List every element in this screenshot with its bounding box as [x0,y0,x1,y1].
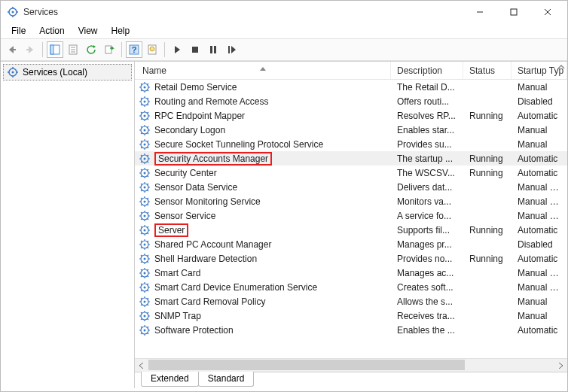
service-row[interactable]: Secondary LogonEnables star...Manual [135,123,567,137]
service-startup: Disabled [512,96,567,107]
svg-line-182 [148,290,149,291]
refresh-button[interactable] [83,41,99,58]
column-headers: Name Description Status Startup Typ [135,62,567,80]
tab-standard[interactable]: Standard [198,372,255,387]
horizontal-scrollbar[interactable] [135,358,567,372]
service-row[interactable]: Secure Socket Tunneling Protocol Service… [135,137,567,151]
service-row[interactable]: RPC Endpoint MapperResolves RP...Running… [135,108,567,123]
help-topics-button[interactable] [144,41,160,58]
svg-line-112 [148,190,149,191]
service-row[interactable]: SNMP TrapReceives tra...Manual [135,308,567,323]
svg-rect-25 [214,46,216,53]
svg-line-51 [141,104,142,105]
service-name-label: Secure Socket Tunneling Protocol Service [154,139,323,150]
service-row[interactable]: Shared PC Account ManagerManages pr...Di… [135,237,567,251]
scroll-thumb[interactable] [148,360,465,370]
service-row[interactable]: Security Accounts ManagerThe startup ...… [135,151,567,166]
scroll-left-button[interactable] [135,359,148,372]
svg-point-94 [144,172,146,174]
svg-line-60 [148,112,149,114]
svg-point-54 [144,114,146,117]
svg-line-210 [148,327,149,328]
service-list: Name Description Status Startup Typ Reta… [135,62,567,372]
svg-line-40 [148,84,149,85]
header-description[interactable]: Description [391,62,463,79]
service-description: A service fo... [391,211,463,221]
start-service-button[interactable] [169,41,185,58]
service-description: Monitors va... [391,196,463,207]
service-row[interactable]: Retail Demo ServiceThe Retail D...Manual [135,80,567,94]
svg-line-71 [141,132,142,134]
service-row[interactable]: Sensor ServiceA service fo...Manual (Tri [135,208,567,223]
svg-line-132 [148,218,149,220]
scroll-up-icon[interactable] [557,62,565,70]
help-button[interactable]: ? [126,41,142,58]
service-description: Delivers dat... [391,182,463,193]
service-name-label: Smart Card [154,268,200,278]
minimize-button[interactable] [463,1,496,23]
service-row[interactable]: Smart CardManages ac...Manual (Tri [135,266,567,280]
svg-line-159 [141,255,142,257]
menu-view[interactable]: View [72,24,104,38]
service-name-label: Shared PC Account Manager [154,239,271,250]
svg-line-161 [141,261,142,263]
service-status: Running [463,153,512,164]
svg-line-200 [148,312,149,314]
service-startup: Automatic [512,254,567,264]
service-row[interactable]: Shell Hardware DetectionProvides no...Ru… [135,251,567,266]
svg-line-140 [148,226,149,228]
service-description: The startup ... [391,153,463,164]
scroll-track[interactable] [148,359,554,372]
service-row[interactable]: Smart Card Removal PolicyAllows the s...… [135,294,567,308]
header-status[interactable]: Status [463,62,512,79]
gear-icon [139,324,151,336]
svg-line-192 [148,304,149,305]
service-description: Provides no... [391,254,463,264]
svg-line-160 [148,255,149,257]
view-tabs: Extended Standard [135,372,567,388]
service-row[interactable]: Smart Card Device Enumeration ServiceCre… [135,280,567,294]
header-startup-type[interactable]: Startup Typ [512,62,567,79]
gear-icon [139,181,151,193]
header-name[interactable]: Name [135,62,391,79]
back-button[interactable] [4,41,20,58]
gear-icon [139,296,151,308]
service-description: Manages pr... [391,239,463,250]
service-startup: Automatic [512,111,567,121]
menu-action[interactable]: Action [33,24,70,38]
export-button[interactable] [101,41,118,58]
restart-service-button[interactable] [223,41,240,58]
maximize-button[interactable] [496,1,530,23]
svg-line-151 [141,247,142,248]
svg-line-92 [148,161,149,163]
properties-button[interactable] [65,41,81,58]
svg-line-149 [141,241,142,242]
svg-point-104 [144,186,146,188]
svg-line-209 [141,327,142,328]
svg-line-169 [141,269,142,271]
service-row[interactable]: Software ProtectionEnables the ...Automa… [135,323,567,337]
service-name-label: Sensor Data Service [154,182,237,193]
service-startup: Disabled [512,239,567,250]
app-icon [7,6,19,18]
pause-service-button[interactable] [205,41,221,58]
service-row[interactable]: ServerSupports fil...RunningAutomatic [135,223,567,237]
service-row[interactable]: Sensor Monitoring ServiceMonitors va...M… [135,194,567,208]
tree-root-services-local[interactable]: Services (Local) [3,64,132,81]
service-row[interactable]: Security CenterThe WSCSV...RunningAutoma… [135,166,567,180]
svg-point-124 [144,214,146,217]
close-button[interactable] [530,1,564,23]
forward-button[interactable] [22,41,38,58]
svg-line-150 [148,241,149,242]
scroll-right-button[interactable] [554,359,567,372]
menu-help[interactable]: Help [105,24,136,38]
svg-line-72 [148,132,149,134]
separator [121,42,122,57]
stop-service-button[interactable] [187,41,203,58]
tab-extended[interactable]: Extended [141,372,199,387]
service-row[interactable]: Sensor Data ServiceDelivers dat...Manual… [135,180,567,194]
service-row[interactable]: Routing and Remote AccessOffers routi...… [135,94,567,108]
service-name-label: Routing and Remote Access [154,96,268,107]
menu-file[interactable]: File [5,24,32,38]
show-hide-tree-button[interactable] [47,41,63,58]
